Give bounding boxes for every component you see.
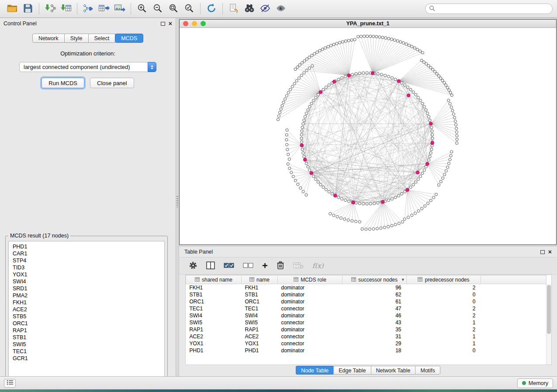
table-cell[interactable]: YOX1 — [186, 340, 242, 347]
network-node[interactable] — [433, 70, 436, 73]
network-dominator-node[interactable] — [426, 162, 429, 166]
network-node[interactable] — [378, 36, 381, 38]
network-node[interactable] — [277, 118, 279, 121]
table-cell[interactable]: 2 — [407, 284, 481, 292]
table-cell[interactable]: 31 — [343, 333, 407, 340]
network-node[interactable] — [315, 178, 317, 180]
network-node[interactable] — [298, 64, 301, 66]
network-node[interactable] — [391, 38, 393, 41]
network-node[interactable] — [300, 141, 303, 143]
network-node[interactable] — [310, 102, 313, 105]
network-node[interactable] — [431, 134, 434, 136]
network-node[interactable] — [291, 85, 294, 88]
network-node[interactable] — [439, 77, 442, 79]
network-dominator-node[interactable] — [303, 158, 307, 162]
table-cell[interactable]: SWI5 — [242, 319, 278, 326]
network-node[interactable] — [376, 227, 378, 230]
table-row[interactable]: FKH1FKH1dominator962 — [186, 284, 547, 292]
network-node[interactable] — [303, 72, 305, 74]
network-node[interactable] — [419, 50, 421, 52]
sort-descending-icon[interactable]: ▾ — [401, 277, 404, 282]
network-node[interactable] — [398, 194, 400, 197]
table-cell[interactable]: connector — [278, 305, 343, 312]
network-node[interactable] — [347, 219, 349, 221]
mcds-result-item[interactable]: STB5 — [13, 313, 164, 320]
network-node[interactable] — [288, 167, 291, 169]
tab-select[interactable]: Select — [89, 34, 116, 43]
mcds-result-item[interactable]: YOX1 — [13, 271, 164, 278]
network-node[interactable] — [431, 137, 434, 140]
network-node[interactable] — [351, 220, 353, 222]
network-node[interactable] — [300, 134, 303, 136]
table-cell[interactable]: ACE2 — [186, 333, 242, 340]
network-node[interactable] — [391, 224, 393, 227]
network-node[interactable] — [451, 109, 454, 112]
network-node[interactable] — [311, 65, 314, 67]
table-cell[interactable]: FKH1 — [242, 284, 278, 292]
column-header-predecessor-nodes[interactable]: predecessor nodes — [407, 275, 481, 284]
network-node[interactable] — [330, 44, 332, 47]
network-node[interactable] — [297, 183, 299, 186]
network-node[interactable] — [455, 124, 457, 126]
table-cell[interactable]: SWI4 — [242, 312, 278, 319]
network-node[interactable] — [315, 96, 317, 99]
network-node[interactable] — [437, 184, 440, 186]
network-node[interactable] — [416, 48, 419, 51]
network-node[interactable] — [431, 130, 433, 132]
network-node[interactable] — [387, 199, 390, 202]
network-node[interactable] — [408, 44, 410, 47]
table-cell[interactable]: 18 — [343, 347, 407, 354]
network-dominator-node[interactable] — [310, 172, 313, 175]
zoom-fit-button[interactable] — [166, 2, 181, 16]
mcds-result-item[interactable]: CAR1 — [13, 250, 164, 257]
network-node[interactable] — [424, 205, 426, 207]
dropdown-stepper-icon[interactable] — [148, 62, 156, 72]
network-node[interactable] — [387, 37, 390, 40]
splitter-grip-icon[interactable] — [176, 196, 178, 207]
network-node[interactable] — [415, 181, 417, 183]
network-node[interactable] — [401, 193, 403, 195]
network-node[interactable] — [455, 127, 458, 130]
tab-node-table[interactable]: Node Table — [296, 366, 334, 375]
network-node[interactable] — [427, 65, 430, 67]
network-node[interactable] — [436, 72, 438, 75]
table-scrollbar[interactable] — [546, 284, 551, 364]
network-node[interactable] — [413, 47, 416, 49]
network-node[interactable] — [403, 218, 406, 220]
table-row[interactable]: ACE2ACE2connector311 — [186, 333, 547, 340]
network-node[interactable] — [319, 183, 322, 186]
column-header-name[interactable]: name — [242, 275, 278, 284]
table-cell[interactable]: 43 — [343, 319, 407, 326]
network-dominator-node[interactable] — [347, 74, 351, 77]
network-node[interactable] — [449, 103, 451, 105]
network-node[interactable] — [425, 62, 428, 65]
tab-style[interactable]: Style — [65, 34, 89, 43]
network-node[interactable] — [393, 39, 396, 41]
network-node[interactable] — [454, 120, 457, 123]
show-all-button[interactable] — [273, 2, 289, 16]
network-node[interactable] — [279, 111, 281, 114]
network-node[interactable] — [300, 137, 303, 140]
network-node[interactable] — [307, 109, 309, 111]
network-node[interactable] — [420, 59, 423, 62]
column-header-successor-nodes[interactable]: successor nodes▾ — [343, 275, 407, 284]
table-cell[interactable]: 1 — [407, 319, 481, 326]
network-node[interactable] — [299, 187, 302, 189]
network-node[interactable] — [365, 228, 367, 230]
task-history-button[interactable] — [4, 379, 16, 388]
network-dominator-node[interactable] — [352, 201, 355, 204]
network-node[interactable] — [366, 203, 368, 205]
network-node[interactable] — [281, 104, 284, 107]
network-node[interactable] — [411, 214, 413, 217]
network-node[interactable] — [305, 112, 308, 115]
network-node[interactable] — [328, 84, 330, 86]
network-node[interactable] — [294, 179, 297, 182]
network-node[interactable] — [383, 226, 386, 229]
network-node[interactable] — [446, 86, 449, 89]
network-node[interactable] — [452, 113, 455, 115]
table-cell[interactable]: dominator — [278, 284, 343, 292]
table-cell[interactable]: connector — [278, 340, 343, 347]
network-node[interactable] — [325, 86, 327, 89]
network-node[interactable] — [287, 153, 290, 156]
close-panel-icon[interactable]: × — [548, 249, 552, 254]
